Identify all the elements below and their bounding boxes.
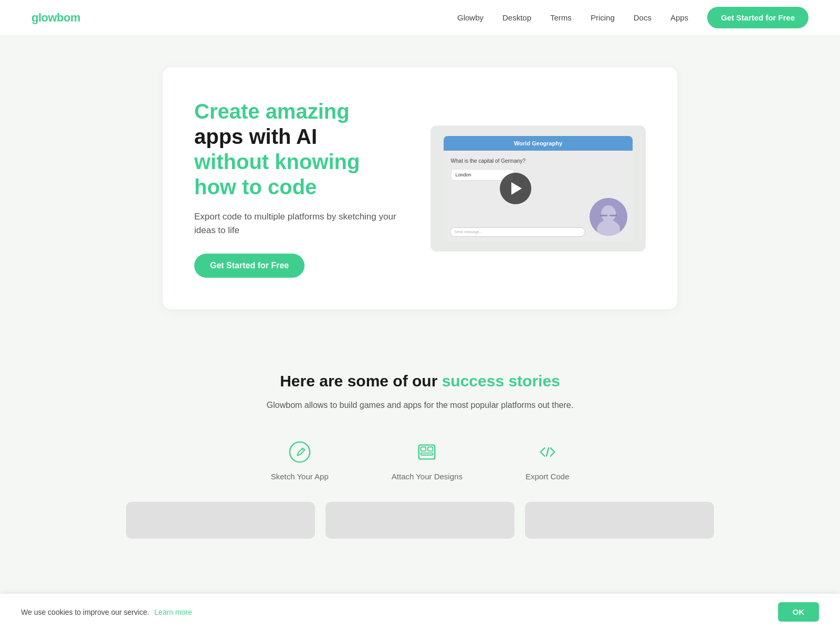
nav-link-apps[interactable]: Apps xyxy=(670,13,688,22)
nav-links: Glowby Desktop Terms Pricing Docs Apps G… xyxy=(457,7,808,28)
hero-heading-green3: how to code xyxy=(194,175,317,198)
svg-point-1 xyxy=(601,205,616,222)
svg-rect-7 xyxy=(421,447,426,451)
success-subtext: Glowbom allows to build games and apps f… xyxy=(21,398,819,412)
success-heading-plain: Here are some of our xyxy=(280,372,442,390)
feature-export-label: Export Code xyxy=(526,472,569,481)
avatar-svg xyxy=(590,198,627,236)
hero-heading-dark: apps with AI xyxy=(194,125,317,148)
card-3 xyxy=(525,502,714,539)
play-triangle-icon xyxy=(511,182,522,195)
video-inner: World Geography What is the capital of G… xyxy=(430,125,646,251)
hero-section: Create amazing apps with AI without know… xyxy=(0,36,840,341)
success-section: Here are some of our success stories Glo… xyxy=(0,341,840,570)
nav-link-desktop[interactable]: Desktop xyxy=(502,13,531,22)
mockup-question: What is the capital of Germany? xyxy=(451,158,626,164)
mockup-topbar: World Geography xyxy=(444,136,633,151)
feature-sketch-label: Sketch Your App xyxy=(271,472,329,481)
svg-rect-9 xyxy=(421,453,433,455)
hero-text: Create amazing apps with AI without know… xyxy=(194,99,410,278)
code-icon xyxy=(534,438,561,466)
features-row: Sketch Your App Attach Your Designs xyxy=(21,438,819,481)
navbar: glowbom Glowby Desktop Terms Pricing Doc… xyxy=(0,0,840,36)
nav-link-terms[interactable]: Terms xyxy=(550,13,572,22)
play-button[interactable] xyxy=(500,173,531,204)
mockup-avatar xyxy=(590,198,627,236)
svg-rect-3 xyxy=(600,215,607,216)
hero-video: World Geography What is the capital of G… xyxy=(430,125,646,251)
hero-heading-green2: without knowing xyxy=(194,150,360,173)
nav-link-docs[interactable]: Docs xyxy=(634,13,652,22)
feature-sketch: Sketch Your App xyxy=(271,438,329,481)
brand-logo[interactable]: glowbom xyxy=(32,11,80,25)
feature-export: Export Code xyxy=(526,438,569,481)
hero-card: Create amazing apps with AI without know… xyxy=(163,67,677,309)
svg-rect-8 xyxy=(428,447,433,451)
mockup-body: What is the capital of Germany? London xyxy=(444,151,633,194)
pencil-circle-icon xyxy=(286,438,313,466)
cards-row xyxy=(21,502,819,549)
svg-rect-4 xyxy=(610,215,617,216)
hero-cta-button[interactable]: Get Started for Free xyxy=(194,254,304,278)
app-mockup: World Geography What is the capital of G… xyxy=(444,136,633,241)
mockup-topbar-text: World Geography xyxy=(514,140,562,146)
mockup-footer: Send message... xyxy=(450,227,586,237)
hero-heading-green1: Create amazing xyxy=(194,100,350,123)
svg-point-5 xyxy=(290,442,310,462)
navbar-cta-button[interactable]: Get Started for Free xyxy=(707,7,808,28)
nav-link-glowby[interactable]: Glowby xyxy=(457,13,484,22)
success-heading-green: success stories xyxy=(442,372,560,390)
mockup-input-bar: Send message... xyxy=(450,227,586,237)
feature-attach-label: Attach Your Designs xyxy=(392,472,463,481)
hero-heading: Create amazing apps with AI without know… xyxy=(194,99,410,200)
hero-subtext: Export code to multiple platforms by ske… xyxy=(194,210,410,237)
success-heading: Here are some of our success stories xyxy=(21,372,819,390)
nav-link-pricing[interactable]: Pricing xyxy=(591,13,615,22)
feature-attach: Attach Your Designs xyxy=(392,438,463,481)
card-1 xyxy=(126,502,315,539)
layout-icon xyxy=(413,438,440,466)
card-2 xyxy=(326,502,514,539)
